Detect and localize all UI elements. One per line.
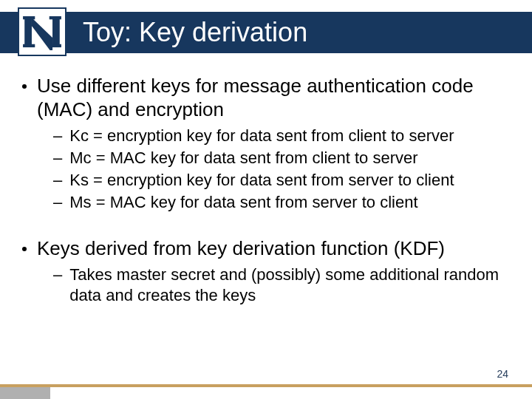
svg-rect-1 [52, 18, 60, 46]
bullet-dot-icon [22, 84, 27, 89]
slide-body: Use different keys for message authentic… [22, 68, 510, 313]
sub-bullet-item: – Kc = encryption key for data sent from… [53, 126, 510, 146]
svg-rect-5 [50, 16, 61, 19]
svg-rect-4 [23, 16, 35, 19]
footer-accent-bar [0, 384, 532, 387]
dash-icon: – [53, 148, 62, 168]
bullet-item: Use different keys for message authentic… [22, 74, 510, 121]
svg-rect-0 [24, 18, 32, 46]
nevada-n-logo [18, 7, 66, 56]
sub-bullet-text: Mc = MAC key for data sent from client t… [69, 148, 417, 168]
sub-bullet-item: – Mc = MAC key for data sent from client… [53, 148, 510, 168]
sub-bullet-item: – Ms = MAC key for data sent from server… [53, 192, 510, 213]
svg-rect-7 [50, 44, 61, 47]
svg-marker-3 [32, 18, 52, 46]
svg-rect-6 [23, 44, 35, 47]
footer-gray-block [0, 387, 50, 399]
sub-bullet-item: – Ks = encryption key for data sent from… [53, 170, 510, 191]
slide-title: Toy: Key derivation [83, 13, 307, 52]
sub-list: – Takes master secret and (possibly) som… [53, 265, 510, 306]
bullet-dot-icon [22, 247, 27, 251]
sub-bullet-text: Ks = encryption key for data sent from s… [69, 170, 454, 191]
sub-list: – Kc = encryption key for data sent from… [53, 126, 510, 213]
bullet-text: Keys derived from key derivation functio… [37, 236, 445, 260]
dash-icon: – [53, 170, 62, 191]
page-number: 24 [497, 368, 508, 380]
dash-icon: – [53, 265, 62, 285]
sub-bullet-item: – Takes master secret and (possibly) som… [53, 265, 510, 306]
bullet-text: Use different keys for message authentic… [37, 74, 510, 121]
sub-bullet-text: Kc = encryption key for data sent from c… [69, 126, 454, 146]
dash-icon: – [53, 126, 62, 146]
sub-bullet-text: Ms = MAC key for data sent from server t… [69, 192, 417, 213]
dash-icon: – [53, 192, 62, 213]
bullet-item: Keys derived from key derivation functio… [22, 236, 510, 260]
sub-bullet-text: Takes master secret and (possibly) some … [69, 265, 510, 306]
